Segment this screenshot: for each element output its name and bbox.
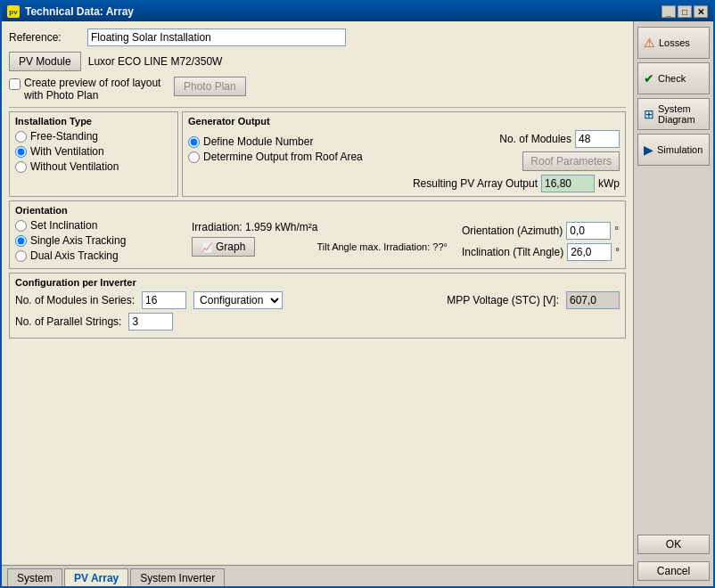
tab-system[interactable]: System	[7, 568, 62, 586]
window-title: Technical Data: Array	[25, 5, 134, 18]
main-window: pv Technical Data: Array _ □ ✕ Reference…	[0, 0, 715, 588]
config-parallel-strings-row: No. of Parallel Strings:	[15, 313, 620, 331]
resulting-unit: kWp	[598, 177, 620, 190]
graph-button-label: Graph	[216, 241, 245, 253]
tab-system-label: System	[17, 572, 53, 584]
install-free-standing: Free-Standing	[15, 130, 172, 143]
gen-determine-output-label: Determine Output from Roof Area	[203, 151, 363, 163]
resulting-value-input[interactable]	[541, 175, 595, 192]
losses-icon: ⚠	[644, 36, 655, 50]
title-bar: pv Technical Data: Array _ □ ✕	[2, 2, 713, 21]
orient-set-inclination-radio[interactable]	[15, 220, 27, 232]
config-title: Configuration per Inverter	[15, 277, 620, 288]
gen-define-module: Define Module Number	[188, 135, 363, 148]
tab-bar: System PV Array System Inverter	[2, 565, 633, 586]
photo-plan-checkbox[interactable]	[9, 78, 21, 90]
install-free-standing-radio[interactable]	[15, 131, 27, 143]
orient-single-axis-radio[interactable]	[15, 235, 27, 247]
orient-dual-axis-label: Dual Axis Tracking	[30, 249, 119, 262]
simulation-label: Simulation	[657, 144, 703, 155]
app-icon: pv	[7, 5, 20, 18]
reference-row: Reference:	[9, 29, 626, 46]
check-button[interactable]: ✔ Check	[637, 62, 710, 94]
configuration-dropdown[interactable]: Configuration Option 2	[193, 291, 283, 309]
tab-pv-array[interactable]: PV Array	[64, 568, 128, 586]
separator-1	[9, 107, 626, 108]
generator-title: Generator Output	[188, 116, 620, 127]
left-panel: Reference: PV Module Luxor ECO LINE M72/…	[2, 21, 633, 586]
orient-dual-axis: Dual Axis Tracking	[15, 249, 185, 262]
right-panel: ⚠ Losses ✔ Check ⊞ System Diagram ▶ Simu…	[633, 21, 713, 586]
modules-series-input[interactable]	[142, 291, 186, 309]
parallel-strings-label: No. of Parallel Strings:	[15, 315, 121, 328]
tilt-max-label: Tilt Angle max. Irradiation: ??°	[316, 241, 447, 252]
gen-determine-output-radio[interactable]	[188, 151, 200, 163]
no-of-modules-input[interactable]	[575, 130, 620, 148]
close-button[interactable]: ✕	[694, 5, 708, 18]
orientation-azimuth-input[interactable]	[566, 222, 611, 240]
minimize-button[interactable]: _	[662, 5, 676, 18]
orientation-title: Orientation	[15, 205, 185, 216]
graph-icon: 📈	[201, 242, 212, 252]
orientation-section: Orientation Set Inclination Single Axis …	[9, 200, 626, 269]
tab-system-inverter[interactable]: System Inverter	[130, 568, 225, 586]
reference-label: Reference:	[9, 31, 80, 44]
ok-button[interactable]: OK	[637, 535, 710, 554]
pv-module-value: Luxor ECO LINE M72/350W	[88, 55, 223, 68]
photo-plan-label: Create preview of roof layout with Photo…	[24, 77, 167, 102]
check-icon: ✔	[644, 71, 654, 86]
parallel-strings-input[interactable]	[128, 313, 173, 331]
system-diagram-button[interactable]: ⊞ System Diagram	[637, 98, 710, 130]
irradiation-text: Irradiation: 1.959 kWh/m²a	[192, 221, 317, 233]
window-controls: _ □ ✕	[662, 5, 708, 18]
inclination-label: Inclination (Tilt Angle)	[462, 246, 563, 258]
inclination-input[interactable]	[567, 243, 612, 261]
install-with-ventilation: With Ventilation	[15, 145, 172, 158]
install-without-ventilation-radio[interactable]	[15, 161, 27, 173]
form-area: Reference: PV Module Luxor ECO LINE M72/…	[2, 21, 633, 346]
generator-section: Generator Output Define Module Number De…	[182, 111, 626, 197]
gen-define-module-label: Define Module Number	[203, 135, 313, 148]
resulting-row: Resulting PV Array Output kWp	[188, 175, 620, 192]
installation-title: Installation Type	[15, 116, 172, 127]
no-of-modules-label: No. of Modules	[499, 133, 571, 145]
install-without-ventilation-label: Without Ventilation	[30, 160, 119, 173]
reference-input[interactable]	[87, 29, 346, 46]
installation-section: Installation Type Free-Standing With Ven…	[9, 111, 178, 197]
simulation-icon: ▶	[644, 143, 653, 157]
pv-module-row: PV Module Luxor ECO LINE M72/350W	[9, 52, 626, 71]
maximize-button[interactable]: □	[678, 5, 692, 18]
orient-dual-axis-radio[interactable]	[15, 250, 27, 262]
tab-pv-array-label: PV Array	[74, 572, 119, 584]
install-with-ventilation-label: With Ventilation	[30, 145, 104, 158]
system-diagram-label: System Diagram	[658, 103, 703, 125]
install-without-ventilation: Without Ventilation	[15, 160, 172, 173]
pv-module-button[interactable]: PV Module	[9, 52, 81, 71]
system-diagram-icon: ⊞	[644, 107, 654, 121]
inclination-unit: °	[615, 246, 620, 258]
orient-single-axis-label: Single Axis Tracking	[30, 234, 126, 247]
orientation-azimuth-unit: °	[614, 225, 619, 237]
gen-define-module-radio[interactable]	[188, 136, 200, 148]
orientation-azimuth-label: Orientation (Azimuth)	[462, 225, 563, 237]
right-panel-spacer	[637, 169, 710, 531]
losses-label: Losses	[659, 37, 690, 48]
config-modules-series-row: No. of Modules in Series: Configuration …	[15, 291, 620, 309]
orient-single-axis: Single Axis Tracking	[15, 234, 185, 247]
main-content: Reference: PV Module Luxor ECO LINE M72/…	[2, 21, 713, 586]
cancel-button[interactable]: Cancel	[637, 561, 710, 581]
photo-plan-button[interactable]: Photo Plan	[174, 77, 246, 96]
losses-button[interactable]: ⚠ Losses	[637, 27, 710, 59]
graph-button[interactable]: 📈 Graph	[192, 237, 255, 257]
roof-params-button[interactable]: Roof Parameters	[522, 151, 620, 171]
spacer	[2, 346, 633, 565]
orient-set-inclination-label: Set Inclination	[30, 219, 97, 232]
simulation-button[interactable]: ▶ Simulation	[637, 134, 710, 166]
resulting-label: Resulting PV Array Output	[413, 177, 538, 190]
mpp-voltage-input[interactable]	[566, 291, 620, 309]
main-sections-row: Installation Type Free-Standing With Ven…	[9, 111, 626, 197]
install-with-ventilation-radio[interactable]	[15, 146, 27, 158]
config-section: Configuration per Inverter No. of Module…	[9, 273, 626, 339]
gen-determine-output: Determine Output from Roof Area	[188, 151, 363, 163]
tab-system-inverter-label: System Inverter	[140, 572, 215, 584]
